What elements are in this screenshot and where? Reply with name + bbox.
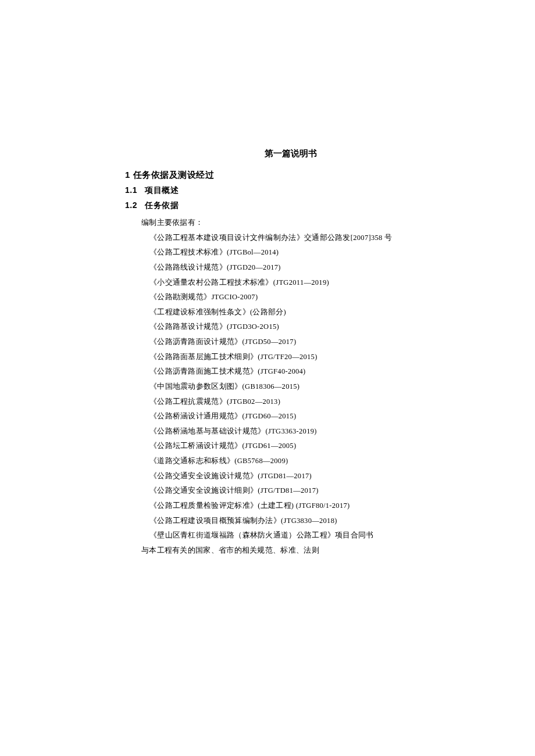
list-item: 《公路工程技术标准》(JTGBol—2014) [149,245,456,260]
heading-label: 任务依据 [145,200,179,210]
document-content: 第一篇说明书 1 任务依据及测设经过 1.1 项目概述 1.2 任务依据 编制主… [125,148,456,558]
list-item: 《公路路面基层施工技术细则》(JTG/TF20—2015) [149,350,456,365]
list-item: 《小交通量农村公路工程技术标准》(JTG2011—2019) [149,275,456,291]
list-item: 《公路坛工桥涵设计规范》(JTGD61—2005) [149,439,456,454]
list-item: 《公路沥青路面设计规范》(JTGD50—2017) [149,335,456,350]
closing-text: 与本工程有关的国家、省市的相关规范、标准、法则 [125,543,456,558]
heading-level-1: 1 任务依据及测设经过 [125,170,456,181]
heading-label: 项目概述 [145,185,179,195]
list-item: 《壁山区青杠街道堰福路（森林防火通道）公路工程》项目合同书 [149,528,456,543]
list-item: 《工程建设标准强制性条文》(公路部分) [149,305,456,320]
list-item: 《道路交通标志和标线》(GB5768—2009) [149,454,456,469]
list-item: 《公路勘测规范》JTGCIO-2007) [149,290,456,305]
list-item: 《公路桥涵地基与基础设计规范》(JTG3363-2019) [149,424,456,439]
list-item: 《公路工程建设项目概预算编制办法》(JTG3830—2018) [149,514,456,529]
list-item: 《公路交通安全设施设计细则》(JTG/TD81—2017) [149,483,456,499]
heading-number: 1.2 [125,200,142,210]
list-item: 《中国地震动参数区划图》(GB18306—2015) [149,379,456,395]
reference-list: 《公路工程基本建设项目设计文件编制办法》交通部公路发[2007]358 号 《公… [125,231,456,543]
list-item: 《公路工程基本建设项目设计文件编制办法》交通部公路发[2007]358 号 [149,231,456,246]
heading-1-1: 1.1 项目概述 [125,185,456,196]
list-item: 《公路路线设计规范》(JTGD20—2017) [149,260,456,275]
list-item: 《公路工程抗震规范》(JTGB02—2013) [149,395,456,410]
list-item: 《公路工程质量检验评定标准》(土建工程) (JTGF80/1-2017) [149,499,456,514]
heading-1-2: 1.2 任务依据 [125,200,456,211]
heading-number: 1.1 [125,185,142,195]
document-title: 第一篇说明书 [125,148,456,159]
list-item: 《公路路基设计规范》(JTGD3O-2O15) [149,320,456,335]
list-item: 《公路桥涵设计通用规范》(JTGD60—2015) [149,409,456,424]
list-item: 《公路交通安全设施设计规范》(JTGD81—2017) [149,469,456,484]
intro-text: 编制主要依据有： [125,216,456,231]
list-item: 《公路沥青路面施工技术规范》(JTGF40-2004) [149,364,456,379]
